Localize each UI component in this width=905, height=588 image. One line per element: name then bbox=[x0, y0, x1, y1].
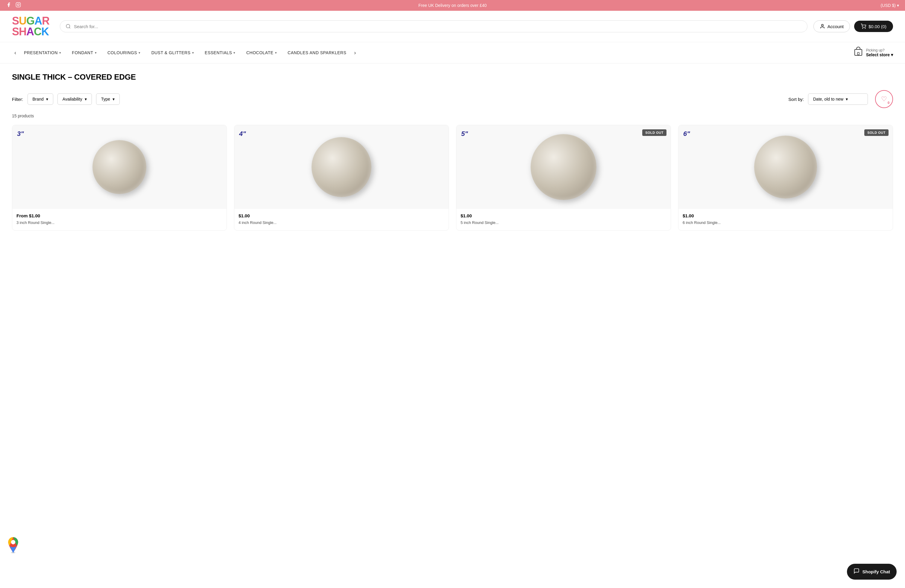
product-price: $1.00 bbox=[683, 213, 889, 218]
chevron-down-icon: ▾ bbox=[275, 51, 277, 55]
nav-item-colourings[interactable]: COLOURINGS ▾ bbox=[102, 45, 146, 60]
header-actions: Account $0.00 (0) bbox=[813, 21, 893, 32]
product-info: From $1.00 3 inch Round Single... bbox=[12, 209, 227, 230]
store-text: Picking up? Select store ▾ bbox=[866, 48, 893, 57]
search-icon bbox=[65, 24, 71, 29]
header: SUGAR SHACK Account $0.00 (0) bbox=[0, 11, 905, 42]
nav-item-fondant[interactable]: FONDANT ▾ bbox=[67, 45, 102, 60]
chevron-down-icon: ▾ bbox=[46, 97, 48, 102]
product-info: $1.00 5 inch Round Single... bbox=[456, 209, 671, 230]
main-nav: ‹ PRESENTATION ▾ FONDANT ▾ COLOURINGS ▾ … bbox=[0, 42, 905, 64]
account-button[interactable]: Account bbox=[813, 21, 850, 32]
product-name: 3 inch Round Single... bbox=[16, 220, 222, 226]
product-sphere bbox=[92, 140, 146, 194]
chevron-down-icon: ▾ bbox=[846, 97, 848, 102]
brand-filter[interactable]: Brand ▾ bbox=[27, 94, 53, 105]
account-label: Account bbox=[827, 24, 844, 29]
product-price: $1.00 bbox=[238, 213, 445, 218]
nav-item-essentials[interactable]: ESSENTIALS ▾ bbox=[199, 45, 241, 60]
product-image: 3" bbox=[12, 125, 227, 209]
filter-bar: Filter: Brand ▾ Availability ▾ Type ▾ So… bbox=[12, 90, 893, 108]
chevron-down-icon: ▾ bbox=[138, 51, 141, 55]
product-size: 4" bbox=[239, 130, 246, 138]
instagram-icon[interactable] bbox=[16, 2, 21, 9]
cart-total: $0.00 (0) bbox=[868, 24, 886, 29]
search-bar[interactable] bbox=[60, 21, 807, 32]
product-card[interactable]: SOLD OUT 6" $1.00 6 inch Round Single... bbox=[678, 125, 893, 230]
product-size: 5" bbox=[461, 130, 468, 138]
availability-filter[interactable]: Availability ▾ bbox=[57, 94, 92, 105]
top-banner: Free UK Delivery on orders over £40 (USD… bbox=[0, 0, 905, 11]
nav-prev-button[interactable]: ‹ bbox=[12, 44, 19, 61]
product-image: 4" bbox=[234, 125, 449, 209]
sort-select[interactable]: Date, old to new ▾ bbox=[808, 94, 868, 105]
logo[interactable]: SUGAR SHACK bbox=[12, 16, 54, 37]
cart-button[interactable]: $0.00 (0) bbox=[854, 21, 893, 32]
cart-icon bbox=[861, 24, 866, 29]
search-input[interactable] bbox=[74, 24, 802, 29]
nav-item-dust-glitters[interactable]: DUST & GLITTERS ▾ bbox=[146, 45, 199, 60]
sort-label: Sort by: bbox=[788, 97, 804, 102]
svg-point-2 bbox=[19, 3, 20, 4]
chevron-down-icon: ▾ bbox=[233, 51, 235, 55]
product-card[interactable]: 4" $1.00 4 inch Round Single... bbox=[234, 125, 449, 230]
main-content: SINGLE THICK – COVERED EDGE Filter: Bran… bbox=[0, 64, 905, 240]
svg-point-6 bbox=[862, 28, 863, 29]
chevron-down-icon: ▾ bbox=[891, 52, 893, 57]
svg-point-7 bbox=[865, 28, 865, 29]
svg-point-1 bbox=[17, 4, 19, 6]
svg-line-4 bbox=[69, 27, 70, 28]
sort-bar: Sort by: Date, old to new ▾ ♡ 0 bbox=[788, 90, 893, 108]
product-grid: 3" From $1.00 3 inch Round Single... 4" … bbox=[12, 125, 893, 230]
type-filter[interactable]: Type ▾ bbox=[96, 94, 120, 105]
store-picker[interactable]: Picking up? Select store ▾ bbox=[848, 42, 893, 63]
wishlist-button[interactable]: ♡ 0 bbox=[875, 90, 893, 108]
product-info: $1.00 4 inch Round Single... bbox=[234, 209, 449, 230]
product-size: 6" bbox=[683, 130, 690, 138]
product-name: 5 inch Round Single... bbox=[460, 220, 667, 226]
filter-label: Filter: bbox=[12, 97, 23, 102]
nav-next-button[interactable]: › bbox=[352, 44, 358, 61]
store-icon bbox=[854, 46, 863, 59]
chevron-down-icon: ▾ bbox=[192, 51, 194, 55]
svg-rect-0 bbox=[16, 3, 21, 7]
product-name: 4 inch Round Single... bbox=[238, 220, 445, 226]
product-image: SOLD OUT 6" bbox=[678, 125, 893, 209]
sold-out-badge: SOLD OUT bbox=[642, 129, 667, 136]
product-image: SOLD OUT 5" bbox=[456, 125, 671, 209]
product-info: $1.00 6 inch Round Single... bbox=[678, 209, 893, 230]
svg-point-3 bbox=[66, 24, 70, 28]
promo-text: Free UK Delivery on orders over £40 bbox=[418, 3, 487, 8]
svg-point-5 bbox=[821, 24, 823, 26]
nav-item-presentation[interactable]: PRESENTATION ▾ bbox=[19, 45, 67, 60]
product-price: $1.00 bbox=[460, 213, 667, 218]
currency-selector[interactable]: (USD $) ▾ bbox=[880, 3, 899, 8]
nav-item-chocolate[interactable]: CHOCOLATE ▾ bbox=[241, 45, 282, 60]
product-card[interactable]: 3" From $1.00 3 inch Round Single... bbox=[12, 125, 227, 230]
user-icon bbox=[820, 24, 825, 29]
chevron-down-icon: ▾ bbox=[897, 3, 899, 8]
product-count: 15 products bbox=[12, 113, 893, 118]
product-name: 6 inch Round Single... bbox=[683, 220, 889, 226]
page-title: SINGLE THICK – COVERED EDGE bbox=[12, 72, 893, 82]
chevron-down-icon: ▾ bbox=[59, 51, 61, 55]
product-sphere bbox=[311, 137, 372, 197]
product-size: 3" bbox=[17, 130, 24, 138]
logo-text: SUGAR SHACK bbox=[12, 16, 54, 37]
product-sphere bbox=[754, 136, 817, 199]
nav-item-candles[interactable]: CANDLES AND SPARKLERS bbox=[282, 45, 352, 60]
product-sphere bbox=[530, 134, 597, 200]
chevron-down-icon: ▾ bbox=[113, 97, 114, 102]
sold-out-badge: SOLD OUT bbox=[864, 129, 889, 136]
facebook-icon[interactable] bbox=[6, 2, 11, 9]
product-card[interactable]: SOLD OUT 5" $1.00 5 inch Round Single... bbox=[456, 125, 671, 230]
svg-rect-9 bbox=[857, 52, 859, 55]
social-icons bbox=[6, 2, 21, 9]
chevron-down-icon: ▾ bbox=[95, 51, 97, 55]
chevron-down-icon: ▾ bbox=[85, 97, 87, 102]
heart-icon: ♡ bbox=[881, 95, 887, 103]
wishlist-count: 0 bbox=[888, 101, 889, 105]
product-price: From $1.00 bbox=[16, 213, 222, 218]
